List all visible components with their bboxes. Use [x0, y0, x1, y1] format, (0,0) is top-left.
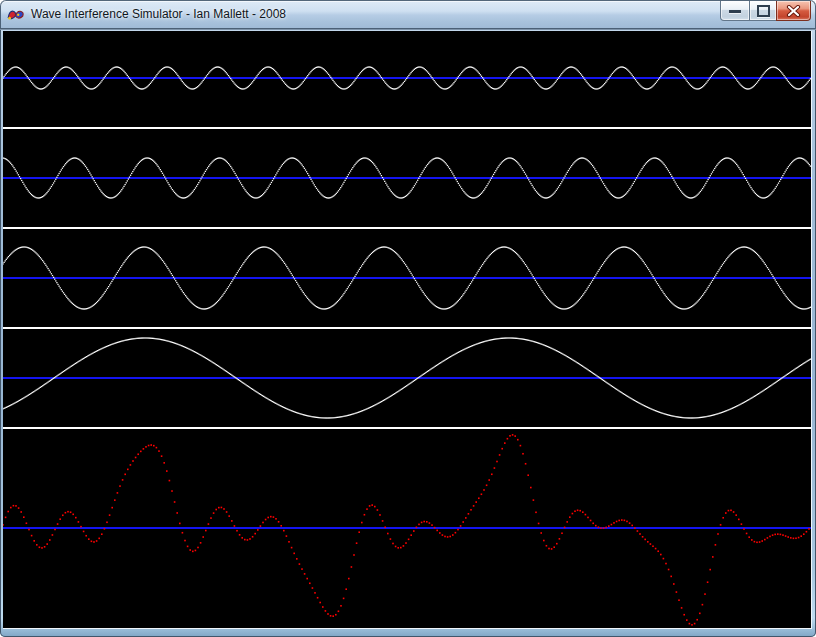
- wave-display: [3, 31, 811, 628]
- close-button[interactable]: [776, 1, 811, 21]
- maximize-button[interactable]: [749, 1, 777, 21]
- titlebar[interactable]: Wave Interference Simulator - Ian Mallet…: [0, 0, 816, 30]
- minimize-icon: [729, 10, 741, 13]
- app-window: Wave Interference Simulator - Ian Mallet…: [0, 0, 816, 637]
- window-title: Wave Interference Simulator - Ian Mallet…: [31, 7, 286, 21]
- minimize-button[interactable]: [720, 1, 750, 21]
- maximize-icon: [757, 5, 770, 17]
- window-controls: [720, 1, 811, 21]
- client-area: [3, 31, 812, 629]
- close-icon: [786, 5, 801, 17]
- app-icon[interactable]: [7, 8, 25, 23]
